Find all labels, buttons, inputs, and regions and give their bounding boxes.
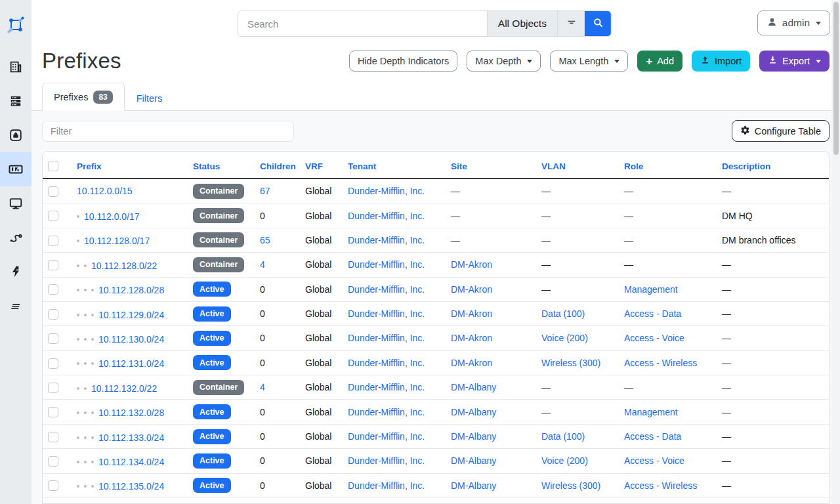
prefix-link[interactable]: 10.112.134.0/24: [98, 457, 164, 467]
sidebar-item-wireless[interactable]: [0, 289, 32, 323]
global-search-input[interactable]: [238, 11, 487, 36]
tenant-link[interactable]: Dunder-Mifflin, Inc.: [348, 284, 425, 295]
tenant-link[interactable]: Dunder-Mifflin, Inc.: [348, 455, 425, 466]
tenant-link[interactable]: Dunder-Mifflin, Inc.: [348, 480, 425, 491]
column-header-role[interactable]: Role: [619, 154, 717, 178]
max-depth-dropdown[interactable]: Max Depth: [467, 51, 541, 72]
sidebar-item-circuits[interactable]: [0, 220, 32, 255]
role-link[interactable]: Access - Voice: [624, 333, 684, 343]
site-link[interactable]: DM-Akron: [451, 308, 492, 319]
row-checkbox[interactable]: [48, 383, 58, 393]
export-dropdown[interactable]: Export: [759, 51, 830, 72]
row-checkbox[interactable]: [48, 260, 58, 270]
site-link[interactable]: DM-Albany: [451, 455, 496, 466]
prefix-link[interactable]: 10.112.128.0/17: [84, 236, 150, 246]
row-checkbox[interactable]: [48, 333, 58, 344]
import-button[interactable]: Import: [692, 51, 750, 72]
user-menu-button[interactable]: admin: [757, 10, 830, 35]
row-checkbox[interactable]: [48, 284, 58, 295]
vlan-link[interactable]: Data (100): [541, 431, 585, 442]
vlan-link[interactable]: Wireless (300): [541, 480, 600, 491]
tenant-link[interactable]: Dunder-Mifflin, Inc.: [348, 407, 425, 417]
vlan-link[interactable]: Data (100): [541, 308, 585, 319]
row-checkbox[interactable]: [48, 211, 58, 221]
vlan-link[interactable]: Wireless (300): [541, 358, 600, 368]
role-link[interactable]: Access - Data: [624, 431, 681, 442]
column-header-description[interactable]: Description: [717, 154, 829, 178]
row-checkbox[interactable]: [48, 432, 58, 442]
tenant-link[interactable]: Dunder-Mifflin, Inc.: [348, 308, 425, 319]
site-link[interactable]: DM-Akron: [451, 358, 492, 368]
sidebar-item-racks[interactable]: [0, 84, 32, 118]
row-checkbox[interactable]: [48, 358, 58, 369]
table-filter-input[interactable]: [42, 121, 294, 142]
search-submit-button[interactable]: [585, 11, 611, 36]
prefix-link[interactable]: 10.112.0.0/17: [84, 211, 140, 222]
prefix-link[interactable]: 10.112.132.0/22: [91, 383, 157, 394]
sidebar-item-ipam[interactable]: [0, 152, 32, 186]
role-link[interactable]: Access - Wireless: [624, 480, 697, 491]
configure-table-button[interactable]: Configure Table: [732, 120, 830, 142]
tenant-link[interactable]: Dunder-Mifflin, Inc.: [348, 235, 425, 245]
row-checkbox[interactable]: [48, 236, 58, 246]
tenant-link[interactable]: Dunder-Mifflin, Inc.: [348, 186, 425, 196]
sidebar-item-power[interactable]: [0, 255, 32, 289]
site-link[interactable]: DM-Akron: [451, 259, 492, 270]
row-checkbox[interactable]: [48, 480, 58, 491]
tenant-link[interactable]: Dunder-Mifflin, Inc.: [348, 259, 425, 270]
tenant-link[interactable]: Dunder-Mifflin, Inc.: [348, 358, 425, 368]
tab-prefixes[interactable]: Prefixes 83: [42, 83, 125, 111]
column-header-site[interactable]: Site: [446, 154, 536, 178]
prefix-link[interactable]: 10.112.130.0/24: [98, 334, 164, 345]
row-checkbox[interactable]: [48, 309, 58, 320]
prefix-link[interactable]: 10.112.128.0/22: [91, 261, 157, 271]
hide-depth-indicators-button[interactable]: Hide Depth Indicators: [349, 51, 457, 72]
children-count-link[interactable]: 67: [260, 186, 270, 196]
page-scrollbar-thumb[interactable]: [833, 2, 839, 155]
role-link[interactable]: Access - Wireless: [624, 358, 697, 368]
row-checkbox[interactable]: [48, 456, 58, 467]
max-length-dropdown[interactable]: Max Length: [550, 51, 628, 72]
site-link[interactable]: DM-Akron: [451, 333, 492, 343]
vlan-link[interactable]: Voice (200): [541, 333, 588, 343]
add-button[interactable]: + Add: [637, 51, 682, 72]
netbox-logo[interactable]: [0, 0, 32, 50]
row-checkbox[interactable]: [48, 407, 58, 417]
prefix-link[interactable]: 10.112.128.0/28: [98, 285, 164, 295]
column-header-status[interactable]: Status: [188, 154, 255, 178]
site-link[interactable]: DM-Albany: [451, 480, 496, 491]
tenant-link[interactable]: Dunder-Mifflin, Inc.: [348, 431, 425, 442]
select-all-checkbox[interactable]: [48, 161, 58, 171]
children-count-link[interactable]: 65: [260, 235, 270, 245]
role-link[interactable]: Management: [624, 284, 678, 295]
role-link[interactable]: Management: [624, 407, 678, 417]
search-scope-selector[interactable]: All Objects: [487, 11, 557, 36]
prefix-link[interactable]: 10.112.132.0/28: [98, 408, 164, 418]
prefix-link[interactable]: 10.112.133.0/24: [98, 432, 164, 443]
children-count-link[interactable]: 4: [260, 382, 265, 392]
site-link[interactable]: DM-Albany: [451, 407, 496, 417]
site-link[interactable]: DM-Albany: [451, 382, 496, 392]
role-link[interactable]: Access - Data: [624, 308, 681, 319]
prefix-link[interactable]: 10.112.135.0/24: [98, 481, 164, 492]
column-header-vlan[interactable]: VLAN: [536, 154, 619, 178]
search-filter-button[interactable]: [557, 11, 585, 36]
row-checkbox[interactable]: [48, 186, 58, 197]
tenant-link[interactable]: Dunder-Mifflin, Inc.: [348, 382, 425, 392]
column-header-vrf[interactable]: VRF: [300, 154, 343, 178]
vlan-link[interactable]: Voice (200): [541, 455, 588, 466]
sidebar-item-virtualization[interactable]: [0, 186, 32, 220]
role-link[interactable]: Access - Voice: [624, 455, 684, 466]
children-count-link[interactable]: 4: [260, 259, 265, 270]
tenant-link[interactable]: Dunder-Mifflin, Inc.: [348, 211, 425, 221]
sidebar-item-organization[interactable]: [0, 50, 32, 84]
column-header-children[interactable]: Children: [255, 154, 300, 178]
site-link[interactable]: DM-Akron: [451, 284, 492, 295]
page-scrollbar-track[interactable]: [831, 0, 840, 504]
tab-filters[interactable]: Filters: [125, 85, 174, 111]
column-header-prefix[interactable]: Prefix: [72, 154, 188, 178]
sidebar-item-connections[interactable]: [0, 118, 32, 152]
prefix-link[interactable]: 10.112.129.0/24: [98, 310, 164, 320]
site-link[interactable]: DM-Albany: [451, 431, 496, 442]
column-header-tenant[interactable]: Tenant: [343, 154, 446, 178]
